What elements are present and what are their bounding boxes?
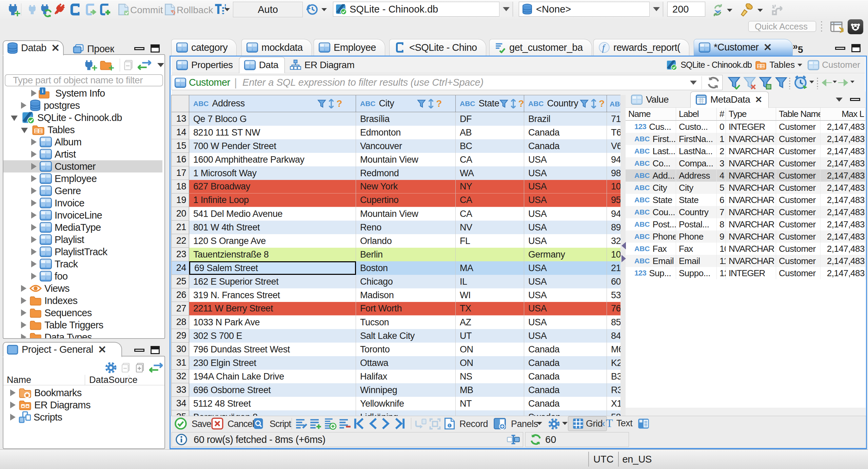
svg-text:i: i [449, 424, 450, 427]
